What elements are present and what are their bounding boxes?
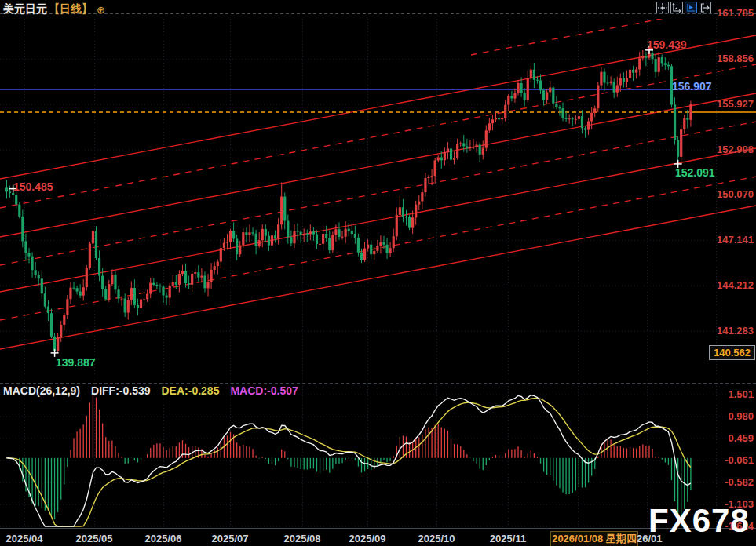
macd-dea-value: DEA:-0.285 — [162, 384, 220, 397]
chart-window: 美元日元 【日线】 ⊕ — [0, 0, 756, 546]
chart-canvas[interactable] — [0, 0, 756, 546]
pan-tool-button[interactable] — [656, 2, 669, 13]
annotation-markers — [9, 46, 682, 357]
macd-tick-label: 0.980 — [689, 410, 754, 422]
month-tick-label: 2025/07 — [199, 533, 261, 544]
axis-scale-button[interactable] — [670, 2, 683, 13]
macd-header: MACD(26,12,9) DIFF:-0.539 DEA:-0.285 MAC… — [3, 384, 298, 397]
macd-diff-value: DIFF:-0.539 — [91, 384, 150, 397]
annotation-high-price: 159.439 — [647, 38, 687, 51]
month-tick-label: 2025/04 — [0, 533, 56, 544]
month-tick-label: 2025/09 — [336, 533, 399, 544]
price-tick-label: 144.212 — [689, 279, 754, 291]
watermark: FX678 — [648, 502, 750, 540]
price-tick-label: 161.785 — [689, 7, 754, 19]
crosshair-date-label: 2026/01/08 星期四 — [550, 531, 638, 546]
annotation-recent-low: 152.091 — [675, 166, 715, 179]
price-tick-label: 158.856 — [689, 53, 754, 64]
price-tick-label: 150.070 — [689, 188, 754, 200]
macd-pane — [7, 392, 691, 526]
price-tick-label: 155.927 — [689, 98, 754, 110]
price-tick-label: 141.283 — [689, 325, 754, 337]
macd-params-label: MACD(26,12,9) — [3, 384, 80, 397]
annotation-low-price: 139.887 — [56, 356, 96, 369]
move-icon — [658, 3, 667, 13]
month-tick-label: 2025/08 — [271, 533, 334, 544]
macd-tick-label: -0.582 — [689, 476, 754, 488]
annotation-swing-high: 150.485 — [13, 180, 53, 193]
period-tag: 【日线】 — [49, 2, 93, 16]
macd-hist-value: MACD:-0.507 — [230, 384, 298, 397]
candles — [5, 50, 692, 353]
symbol-title: 美元日元 — [3, 2, 47, 16]
blue-level-label: 156.907 — [672, 80, 712, 93]
add-indicator-icon[interactable]: ⊕ — [97, 4, 105, 16]
price-alert-box: 140.562 — [709, 345, 755, 360]
month-tick-label: 2025/05 — [63, 533, 126, 544]
price-tick-label: 147.141 — [689, 234, 754, 246]
macd-tick-label: 1.501 — [689, 388, 754, 400]
axis-arrows-icon — [672, 3, 681, 13]
price-tick-label: 152.998 — [689, 144, 754, 155]
title-bar: 美元日元 【日线】 ⊕ — [3, 2, 105, 16]
month-tick-label: 2025/11 — [477, 533, 539, 544]
macd-tick-label: 0.459 — [689, 432, 754, 444]
macd-tick-label: -0.061 — [689, 454, 754, 466]
month-tick-label: 2025/06 — [132, 533, 195, 544]
level-lines — [0, 89, 756, 112]
month-tick-label: 2025/10 — [405, 533, 468, 544]
